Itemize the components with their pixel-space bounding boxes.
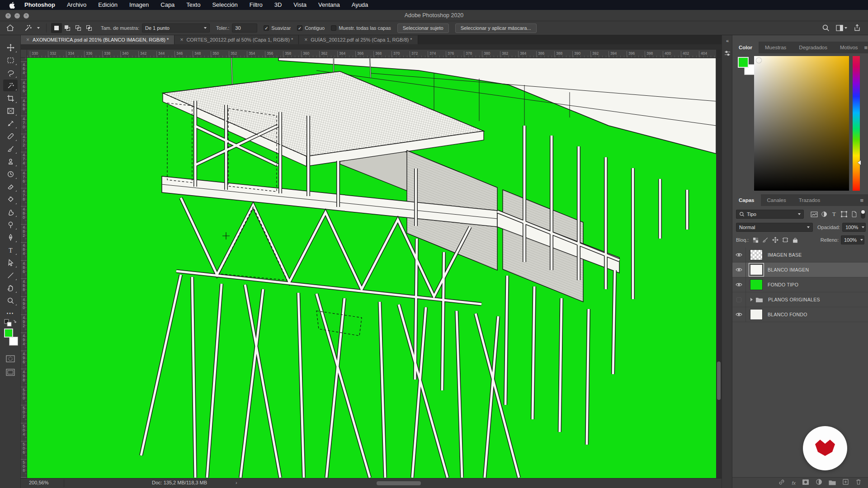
foreground-color-swatch[interactable] (4, 328, 13, 338)
document-tab-0[interactable]: ×AXONOMETRICA.psd al 201% (BLANCO IMAGEN… (21, 35, 175, 44)
layer-visibility-eye-icon[interactable] (732, 307, 746, 322)
tab-degradados[interactable]: Degradados (793, 42, 834, 53)
selection-mode-new-button[interactable] (51, 23, 62, 33)
eyedropper-tool[interactable] (3, 117, 18, 129)
document-tab-1[interactable]: ×CORTES_200122.pdf al 50% (Capa 1, RGB/8… (175, 35, 299, 44)
apple-icon[interactable] (9, 2, 15, 9)
horizontal-scrollbar-thumb[interactable] (377, 481, 421, 485)
filter-shape-layers-icon[interactable] (839, 210, 849, 219)
filter-adjustment-layers-icon[interactable] (819, 210, 829, 219)
marquee-tool[interactable] (3, 54, 18, 66)
menu-item-ventana[interactable]: Ventana (312, 0, 346, 10)
dodge-tool[interactable] (3, 219, 18, 230)
screen-mode-icon[interactable] (0, 368, 21, 378)
swap-colors-icon[interactable] (0, 319, 21, 328)
sample-size-dropdown[interactable]: De 1 punto (142, 23, 210, 33)
layer-row-blanco-fondo[interactable]: BLANCO FONDO (732, 307, 868, 322)
background-color-swatch[interactable] (9, 337, 18, 346)
tab-canales[interactable]: Canales (761, 194, 793, 206)
lock-position-icon[interactable] (770, 235, 780, 244)
close-tab-icon[interactable]: × (304, 37, 307, 43)
panel-menu-icon[interactable]: ≡ (860, 197, 863, 204)
type-tool[interactable]: T (3, 244, 18, 256)
fill-field[interactable]: 100% (841, 235, 864, 244)
new-layer-icon[interactable] (842, 479, 849, 487)
blend-mode-dropdown[interactable]: Normal (736, 223, 813, 232)
checkbox-contiguo[interactable]: ✓Contiguo (297, 25, 325, 31)
layer-visibility-eye-icon[interactable] (732, 277, 746, 292)
frame-tool[interactable] (3, 105, 18, 117)
layer-visibility-toggle-empty[interactable] (732, 292, 746, 307)
quick-mask-icon[interactable] (0, 355, 21, 365)
checkbox-suavizar[interactable]: ✓Suavizar (264, 25, 291, 31)
workspace-switcher-icon[interactable] (836, 25, 847, 31)
layer-row-blanco-imagen[interactable]: BLANCO IMAGEN (732, 263, 868, 277)
layer-styles-icon[interactable]: fx (792, 480, 796, 486)
menu-item-vista[interactable]: Vista (288, 0, 312, 10)
brush-tool[interactable] (3, 143, 18, 155)
selection-mode-add-button[interactable] (62, 23, 73, 33)
menu-item-archivo[interactable]: Archivo (61, 0, 92, 10)
layer-row-fondo-tipo[interactable]: FONDO TIPO (732, 277, 868, 292)
healing-brush-tool[interactable] (3, 130, 18, 142)
close-tab-icon[interactable]: × (180, 37, 183, 43)
tab-capas[interactable]: Capas (732, 194, 761, 206)
menu-item-texto[interactable]: Texto (180, 0, 206, 10)
layer-visibility-eye-icon[interactable] (732, 248, 746, 263)
tolerance-input[interactable]: 30 (232, 23, 257, 33)
filter-toggle-switch[interactable] (861, 210, 865, 219)
color-picker-indicator[interactable] (756, 58, 761, 63)
hand-tool[interactable] (3, 282, 18, 294)
filter-smart-objects-icon[interactable] (849, 210, 859, 219)
hue-slider-arrow[interactable] (858, 160, 861, 165)
crop-tool[interactable] (3, 92, 18, 104)
vertical-scrollbar[interactable] (716, 58, 722, 478)
path-select-tool[interactable] (3, 257, 18, 268)
layer-thumbnail[interactable] (750, 309, 763, 320)
foreground-background-colors[interactable] (0, 328, 21, 350)
status-menu-chevron-icon[interactable]: › (236, 480, 237, 485)
select-subject-button[interactable]: Seleccionar sujeto (397, 23, 449, 33)
checkbox-box[interactable]: ✓ (264, 25, 269, 31)
history-brush-tool[interactable] (3, 168, 18, 180)
menu-item-ayuda[interactable]: Ayuda (346, 0, 374, 10)
filter-pixel-layers-icon[interactable] (809, 210, 819, 219)
zoom-tool[interactable] (3, 295, 18, 306)
color-field[interactable] (754, 56, 849, 191)
properties-panel-icon[interactable] (724, 50, 731, 59)
layer-visibility-eye-icon[interactable] (732, 263, 746, 277)
tab-trazados[interactable]: Trazados (793, 194, 827, 206)
pen-tool[interactable] (3, 231, 18, 243)
delete-layer-icon[interactable] (855, 479, 862, 487)
checkbox-box[interactable]: ✓ (297, 25, 302, 31)
menu-item-3d[interactable]: 3D (269, 0, 288, 10)
opacity-field[interactable]: 100% (842, 223, 866, 232)
hue-slider[interactable] (853, 56, 860, 191)
layer-thumbnail[interactable] (750, 264, 763, 275)
current-tool-preset[interactable] (22, 23, 42, 33)
selection-mode-intersect-button[interactable] (84, 23, 94, 33)
menu-item-edicin[interactable]: Edición (92, 0, 123, 10)
select-and-mask-button[interactable]: Seleccionar y aplicar máscara... (455, 23, 537, 33)
filter-type-layers-icon[interactable]: T (829, 210, 839, 219)
layer-filter-dropdown[interactable]: Tipo (736, 210, 804, 219)
smudge-tool[interactable] (3, 206, 18, 218)
checkbox-muestr-todas-las-capas[interactable]: Muestr. todas las capas (331, 25, 391, 31)
tab-color[interactable]: Color (732, 42, 759, 53)
new-adjustment-layer-icon[interactable] (816, 479, 822, 487)
lock-all-icon[interactable] (790, 235, 800, 244)
tab-motivos[interactable]: Motivos (834, 42, 864, 53)
selection-mode-subtract-button[interactable] (73, 23, 84, 33)
canvas[interactable] (27, 58, 716, 478)
clone-stamp-tool[interactable] (3, 155, 18, 167)
menu-item-imagen[interactable]: Imagen (123, 0, 155, 10)
add-layer-mask-icon[interactable] (802, 479, 809, 487)
eraser-tool[interactable] (3, 181, 18, 192)
ruler-origin-corner[interactable] (21, 50, 27, 58)
lock-pixels-icon[interactable] (760, 235, 770, 244)
lock-transparency-icon[interactable] (750, 235, 760, 244)
expand-dock-icon[interactable]: « (722, 38, 733, 43)
group-disclosure-icon[interactable] (750, 298, 753, 301)
link-layers-icon[interactable] (778, 479, 785, 488)
layer-thumbnail[interactable] (750, 279, 763, 290)
